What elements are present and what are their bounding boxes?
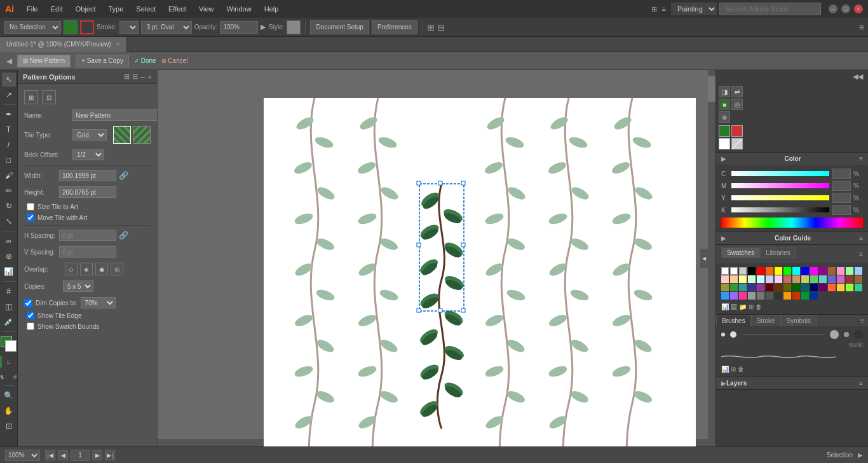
swatch-c23[interactable] bbox=[775, 284, 782, 291]
show-tile-edge-checkbox[interactable] bbox=[27, 312, 34, 319]
symbol-sprayer-tool[interactable]: ⊛ bbox=[2, 249, 16, 263]
swatch-c27[interactable] bbox=[810, 284, 818, 291]
link-icon-2[interactable]: 🔗 bbox=[119, 231, 128, 240]
artboard-tool[interactable]: ⊡ bbox=[2, 419, 16, 433]
pen-tool[interactable]: ✒ bbox=[2, 107, 16, 121]
rp-fg-color[interactable] bbox=[719, 125, 730, 137]
swatch-c31[interactable] bbox=[846, 284, 853, 291]
menu-help[interactable]: Help bbox=[259, 4, 284, 14]
rp-icon-1[interactable]: ◨ bbox=[719, 86, 730, 97]
color-guide-arrow[interactable]: ▶ bbox=[721, 235, 726, 242]
gradient-mode-btn[interactable]: □ bbox=[3, 356, 15, 368]
swatch-c22[interactable] bbox=[766, 284, 773, 291]
brush-selector[interactable]: 3 pt. Oval bbox=[141, 21, 192, 34]
menu-file[interactable]: File bbox=[22, 4, 43, 14]
swatch-none[interactable] bbox=[721, 267, 729, 275]
swatch-c37[interactable] bbox=[757, 292, 764, 300]
swatch-c35[interactable] bbox=[739, 292, 747, 300]
swatch-pink[interactable] bbox=[837, 267, 844, 275]
swatch-c21[interactable] bbox=[757, 284, 764, 291]
panel-icon-2[interactable]: ⊟ bbox=[132, 73, 138, 81]
swatch-c8[interactable] bbox=[783, 275, 791, 283]
swatch-red[interactable] bbox=[757, 267, 764, 275]
swatch-c28[interactable] bbox=[819, 284, 827, 291]
doc-tab-close[interactable]: × bbox=[116, 41, 120, 48]
swatch-orange[interactable] bbox=[766, 267, 773, 275]
swatch-c3[interactable] bbox=[739, 275, 747, 283]
rp-none-swatch[interactable] bbox=[731, 138, 743, 149]
scrollbar-v[interactable] bbox=[708, 70, 715, 446]
mesh-tool[interactable]: # bbox=[2, 284, 16, 298]
dim-copies-checkbox[interactable] bbox=[24, 299, 32, 307]
height-input[interactable] bbox=[59, 186, 116, 198]
swatch-c30[interactable] bbox=[837, 284, 844, 291]
y-input[interactable] bbox=[832, 193, 851, 203]
color-guide-menu[interactable]: ≡ bbox=[859, 235, 863, 242]
overlap-btn-2[interactable]: ◈ bbox=[80, 263, 93, 275]
swatch-c17[interactable] bbox=[721, 284, 729, 291]
paintbrush-tool[interactable]: 🖌 bbox=[2, 169, 16, 183]
opacity-input[interactable] bbox=[220, 21, 258, 34]
transform-icon[interactable]: ⊞ bbox=[427, 22, 435, 32]
swap-colors-btn[interactable]: ⇅ bbox=[0, 371, 8, 383]
opacity-arrow[interactable]: ▶ bbox=[261, 23, 266, 31]
next-page-btn[interactable]: ▶ bbox=[92, 450, 102, 460]
swatch-black[interactable] bbox=[748, 267, 756, 275]
link-icon[interactable]: 🔗 bbox=[119, 171, 128, 180]
swatch-c16[interactable] bbox=[855, 275, 862, 283]
k-bar[interactable] bbox=[731, 207, 829, 212]
swatch-blue[interactable] bbox=[801, 267, 809, 275]
status-arrow[interactable]: ▶ bbox=[858, 452, 863, 459]
collapse-btn[interactable]: ─ bbox=[140, 73, 146, 81]
thumb-1[interactable] bbox=[113, 126, 131, 144]
brushes-icon-3[interactable]: 🗑 bbox=[738, 366, 744, 373]
right-panel-expand[interactable]: ◀◀ bbox=[853, 73, 863, 81]
shape-tool[interactable]: □ bbox=[2, 153, 16, 167]
name-input[interactable] bbox=[72, 109, 158, 121]
swatch-c10[interactable] bbox=[801, 275, 809, 283]
close-button[interactable]: × bbox=[854, 4, 863, 13]
swatch-green[interactable] bbox=[783, 267, 791, 275]
swatch-c2[interactable] bbox=[730, 275, 738, 283]
k-input[interactable] bbox=[832, 205, 851, 215]
v-spacing-input[interactable] bbox=[59, 246, 116, 258]
back-arrow-icon[interactable]: ◀ bbox=[6, 57, 12, 66]
c-input[interactable] bbox=[832, 169, 851, 179]
swatch-c32[interactable] bbox=[855, 284, 862, 291]
swatch-c14[interactable] bbox=[837, 275, 844, 283]
dim-copies-select[interactable]: 70% bbox=[81, 297, 116, 308]
thumb-2[interactable] bbox=[133, 126, 151, 144]
swatch-c15[interactable] bbox=[846, 275, 853, 283]
document-setup-button[interactable]: Document Setup bbox=[310, 20, 369, 34]
swatch-c34[interactable] bbox=[730, 292, 738, 300]
swatch-lt-green[interactable] bbox=[846, 267, 853, 275]
style-swatch[interactable] bbox=[287, 20, 301, 34]
arrange-btn-icon[interactable]: ⊟ bbox=[437, 22, 445, 32]
minimize-button[interactable]: ─ bbox=[829, 4, 837, 13]
selection-tool[interactable]: ↖ bbox=[2, 73, 16, 86]
color-section-arrow[interactable]: ▶ bbox=[721, 155, 726, 162]
eyedropper-tool[interactable]: 💉 bbox=[2, 315, 16, 329]
stroke-weight[interactable]: ─ bbox=[119, 21, 139, 34]
brushes-menu-icon[interactable]: ≡ bbox=[860, 317, 864, 324]
swatch-c40[interactable] bbox=[783, 292, 791, 300]
show-swatch-bounds-checkbox[interactable] bbox=[27, 322, 34, 330]
swatch-c25[interactable] bbox=[792, 284, 800, 291]
workspace-selector[interactable]: Painting bbox=[671, 3, 717, 15]
swatch-c12[interactable] bbox=[819, 275, 827, 283]
m-bar[interactable] bbox=[731, 183, 829, 188]
swatch-icon-2[interactable]: 🖼 bbox=[731, 303, 737, 310]
swatches-menu[interactable]: ≡ bbox=[859, 251, 863, 258]
view-icon-2[interactable]: ⊡ bbox=[42, 90, 56, 104]
copies-select[interactable]: 5 x 5 bbox=[63, 280, 93, 292]
menu-object[interactable]: Object bbox=[71, 4, 101, 14]
swatch-c38[interactable] bbox=[766, 292, 773, 300]
size-tile-checkbox[interactable] bbox=[27, 203, 34, 211]
rp-white-swatch[interactable] bbox=[719, 138, 730, 149]
zoom-selector[interactable]: 100% bbox=[5, 450, 40, 461]
swatch-c6[interactable] bbox=[766, 275, 773, 283]
stroke-tab[interactable]: Stroke bbox=[751, 315, 781, 326]
swatch-c20[interactable] bbox=[748, 284, 756, 291]
gradient-tool[interactable]: ◫ bbox=[2, 300, 16, 314]
done-button[interactable]: ✓ Done bbox=[134, 57, 156, 64]
